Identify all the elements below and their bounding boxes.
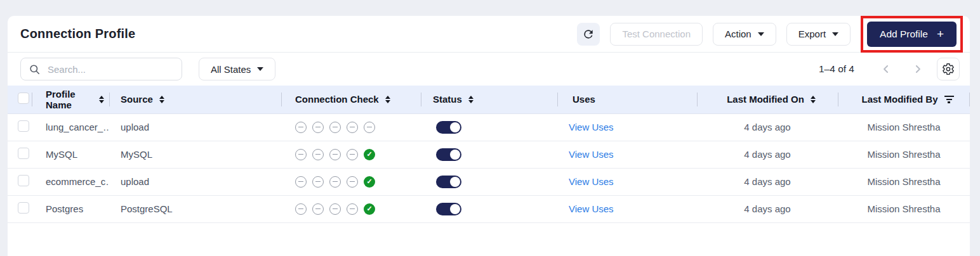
chevron-down-icon bbox=[832, 32, 838, 36]
refresh-icon bbox=[582, 28, 595, 41]
action-dropdown-button[interactable]: Action bbox=[713, 23, 776, 46]
connection-check-icons bbox=[295, 122, 416, 133]
last-modified-by-cell: Mission Shrestha bbox=[838, 113, 970, 141]
connection-check-icons: ✓ bbox=[295, 149, 416, 160]
status-toggle[interactable] bbox=[436, 121, 461, 134]
header-bar: Connection Profile Test Connection Actio… bbox=[8, 16, 970, 53]
minus-circle-icon bbox=[364, 122, 375, 133]
search-icon bbox=[29, 63, 41, 75]
minus-circle-icon bbox=[295, 149, 307, 160]
view-uses-link[interactable]: View Uses bbox=[569, 149, 614, 160]
table-row: ecommerce_c… upload ✓ View Uses 4 days a… bbox=[8, 168, 970, 195]
minus-circle-icon bbox=[329, 203, 341, 215]
minus-circle-icon bbox=[312, 176, 324, 188]
gear-icon bbox=[942, 63, 955, 75]
test-connection-button[interactable]: Test Connection bbox=[610, 23, 703, 46]
last-modified-on-cell: 4 days ago bbox=[697, 113, 838, 141]
minus-circle-icon bbox=[329, 122, 341, 133]
search-input[interactable] bbox=[46, 63, 174, 75]
toolbar: All States 1–4 of 4 bbox=[8, 53, 970, 86]
minus-circle-icon bbox=[312, 149, 324, 160]
last-modified-on-cell: 4 days ago bbox=[697, 168, 838, 195]
source-cell: PostgreSQL bbox=[109, 195, 281, 222]
row-checkbox[interactable] bbox=[18, 175, 29, 186]
pagination: 1–4 of 4 bbox=[819, 58, 960, 80]
minus-circle-icon bbox=[347, 122, 358, 133]
chevron-down-icon bbox=[257, 67, 263, 71]
minus-circle-icon bbox=[295, 203, 307, 215]
sort-icon bbox=[385, 96, 390, 103]
minus-circle-icon bbox=[295, 122, 307, 133]
source-cell: MySQL bbox=[109, 141, 281, 168]
minus-circle-icon bbox=[295, 176, 307, 188]
profile-name-cell: MySQL bbox=[32, 141, 109, 168]
row-checkbox[interactable] bbox=[18, 202, 29, 214]
export-dropdown-button[interactable]: Export bbox=[786, 23, 851, 46]
state-filter-dropdown[interactable]: All States bbox=[199, 58, 275, 80]
view-uses-link[interactable]: View Uses bbox=[569, 203, 614, 214]
pagination-prev-button[interactable] bbox=[880, 63, 892, 75]
source-cell: upload bbox=[109, 113, 281, 141]
select-all-checkbox[interactable] bbox=[18, 93, 29, 104]
annotation-highlight: Add Profile + bbox=[861, 16, 963, 53]
profile-name-cell: ecommerce_c… bbox=[32, 168, 109, 195]
source-cell: upload bbox=[109, 168, 281, 195]
chevron-left-icon bbox=[880, 63, 892, 75]
connection-check-icons: ✓ bbox=[295, 176, 416, 188]
minus-circle-icon bbox=[347, 176, 358, 188]
table-row: Postgres PostgreSQL ✓ View Uses 4 days a… bbox=[8, 195, 970, 222]
profile-name-cell: lung_cancer_… bbox=[32, 113, 109, 141]
column-header-status[interactable]: Status bbox=[421, 86, 557, 113]
last-modified-on-cell: 4 days ago bbox=[697, 141, 838, 168]
table-header-row: Profile Name Source Connection Check Sta… bbox=[8, 86, 970, 113]
add-profile-button[interactable]: Add Profile + bbox=[867, 22, 957, 47]
filter-icon bbox=[944, 96, 954, 103]
column-header-connection-check[interactable]: Connection Check bbox=[281, 86, 421, 113]
column-header-last-modified-by[interactable]: Last Modified By bbox=[838, 86, 970, 113]
search-box[interactable] bbox=[20, 58, 182, 80]
minus-circle-icon bbox=[312, 122, 324, 133]
action-label: Action bbox=[725, 29, 752, 39]
sort-icon bbox=[811, 96, 816, 103]
table-settings-button[interactable] bbox=[937, 58, 960, 80]
sort-icon bbox=[159, 96, 164, 103]
sort-icon bbox=[468, 96, 473, 103]
header-actions: Test Connection Action Export Add Profil… bbox=[577, 16, 963, 53]
column-header-source[interactable]: Source bbox=[109, 86, 281, 113]
last-modified-by-cell: Mission Shrestha bbox=[838, 168, 970, 195]
profile-name-cell: Postgres bbox=[32, 195, 109, 222]
column-header-last-modified-on[interactable]: Last Modified On bbox=[697, 86, 838, 113]
plus-icon: + bbox=[937, 28, 944, 40]
last-modified-by-cell: Mission Shrestha bbox=[838, 195, 970, 222]
sort-icon bbox=[99, 96, 104, 103]
status-toggle[interactable] bbox=[436, 176, 461, 188]
last-modified-on-cell: 4 days ago bbox=[697, 195, 838, 222]
row-checkbox[interactable] bbox=[18, 148, 29, 159]
export-label: Export bbox=[798, 29, 826, 39]
connection-check-icons: ✓ bbox=[295, 203, 416, 215]
connection-profile-table: Profile Name Source Connection Check Sta… bbox=[8, 86, 970, 223]
table-row: MySQL MySQL ✓ View Uses 4 days ago Missi… bbox=[8, 141, 970, 168]
chevron-right-icon bbox=[911, 63, 924, 75]
page-title: Connection Profile bbox=[20, 27, 135, 41]
status-toggle[interactable] bbox=[436, 203, 461, 215]
row-checkbox[interactable] bbox=[18, 120, 29, 132]
column-header-profile-name[interactable]: Profile Name bbox=[32, 86, 109, 113]
connection-profile-card: Connection Profile Test Connection Actio… bbox=[8, 16, 970, 256]
add-profile-label: Add Profile bbox=[880, 29, 928, 40]
minus-circle-icon bbox=[329, 149, 341, 160]
refresh-button[interactable] bbox=[577, 23, 600, 46]
pagination-next-button[interactable] bbox=[911, 63, 924, 75]
minus-circle-icon bbox=[347, 203, 358, 215]
view-uses-link[interactable]: View Uses bbox=[569, 122, 614, 132]
state-filter-label: All States bbox=[211, 64, 251, 75]
view-uses-link[interactable]: View Uses bbox=[569, 176, 614, 187]
table-row: lung_cancer_… upload View Uses 4 days ag… bbox=[8, 113, 970, 141]
minus-circle-icon bbox=[312, 203, 324, 215]
check-circle-icon: ✓ bbox=[364, 203, 375, 215]
check-circle-icon: ✓ bbox=[364, 176, 375, 188]
status-toggle[interactable] bbox=[436, 148, 461, 161]
minus-circle-icon bbox=[329, 176, 341, 188]
minus-circle-icon bbox=[347, 149, 358, 160]
check-circle-icon: ✓ bbox=[364, 149, 375, 160]
